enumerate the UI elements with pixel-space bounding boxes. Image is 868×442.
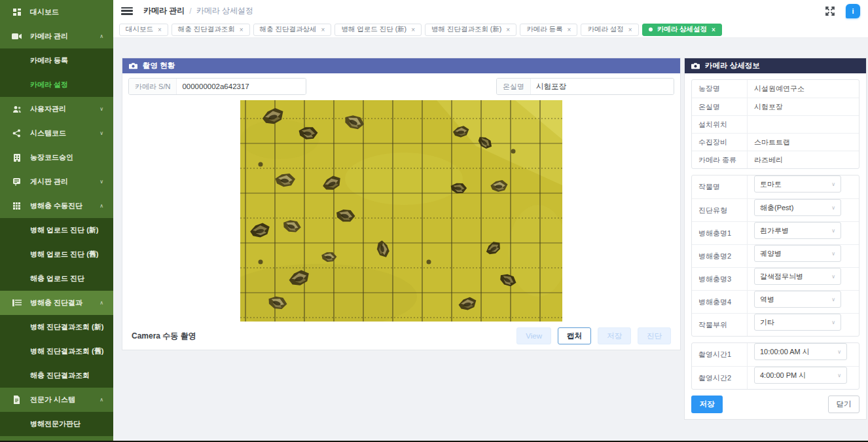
sidebar-item-병해진단결과조회[interactable]: 병해 진단결과조회 (新) <box>0 315 113 339</box>
sidebar-item-병해업로드진단[interactable]: 병해 업로드 진단 (舊) <box>0 242 113 267</box>
camera-sn-input[interactable] <box>177 79 306 94</box>
tab-close-icon[interactable]: × <box>712 26 715 33</box>
fullscreen-icon[interactable] <box>825 6 835 16</box>
camera-icon <box>691 62 700 69</box>
view-button[interactable]: View <box>516 327 551 344</box>
detail-row-병해충명3: 병해충명3갈색점무늬병∨ <box>692 267 859 290</box>
sidebar-item-사용자관리[interactable]: 사용자관리∨ <box>0 97 113 121</box>
병해충명3-select[interactable]: 갈색점무늬병∨ <box>754 268 841 285</box>
detail-row-온실명: 온실명시험포장 <box>692 98 859 115</box>
촬영시간1-select[interactable]: 10:00:00 AM 시∨ <box>754 343 847 360</box>
작물명-select[interactable]: 토마토∨ <box>754 175 841 193</box>
capture-time-table: 촬영시간110:00:00 AM 시∨촬영시간24:00:00 PM 시∨ <box>691 342 859 390</box>
chat-notification-icon[interactable]: i <box>846 4 860 18</box>
camera-icon <box>129 62 137 69</box>
sidebar-item-label: 병해충 수동진단 <box>30 201 82 211</box>
manual-diagnosis-icon <box>11 202 22 211</box>
sidebar-item-병해진단결과조회[interactable]: 병해 진단결과조회 (舊) <box>0 339 113 363</box>
tab-label: 카메라 등록 <box>526 25 562 34</box>
sidebar-item-label: 카메라 등록 <box>30 56 68 65</box>
작물부위-select[interactable]: 기타∨ <box>754 314 841 331</box>
greenhouse-name-label: 온실명 <box>497 79 531 94</box>
camera-sn-label: 카메라 S/N <box>129 79 177 94</box>
tab-카메라등록[interactable]: 카메라 등록× <box>520 24 577 36</box>
sidebar-item-전문가시스템[interactable]: 전문가 시스템∧ <box>0 388 113 412</box>
menu-toggle-icon[interactable] <box>121 7 133 15</box>
tab-대시보드[interactable]: 대시보드× <box>119 24 168 36</box>
tab-label: 해충 진단결과조회 <box>178 25 235 34</box>
detail-row-촬영시간1: 촬영시간110:00:00 AM 시∨ <box>692 343 859 366</box>
field-label: 카메라 종류 <box>692 151 748 168</box>
tab-close-icon[interactable]: × <box>628 26 632 33</box>
capture-panel-title: 촬영 현황 <box>143 61 175 71</box>
tab-close-icon[interactable]: × <box>568 26 571 33</box>
sidebar-item-병해충수동진단[interactable]: 병해충 수동진단∧ <box>0 194 113 218</box>
sidebar-item-label: 병해 진단결과조회 (舊) <box>30 346 103 356</box>
detail-row-작물명: 작물명토마토∨ <box>692 175 859 198</box>
tab-해충진단결과조회[interactable]: 해충 진단결과조회× <box>172 24 250 36</box>
close-button[interactable]: 닫기 <box>828 396 859 413</box>
greenhouse-name-input[interactable] <box>531 79 674 94</box>
tab-카메라상세설정[interactable]: 카메라 상세설정× <box>642 24 722 36</box>
capture-panel-header: 촬영 현황 <box>122 58 680 73</box>
tab-병해업로드진단[interactable]: 병해 업로드 진단 (新)× <box>335 24 422 36</box>
field-label: 촬영시간2 <box>692 367 748 389</box>
sidebar-item-카메라등록[interactable]: 카메라 등록 <box>0 48 113 73</box>
tab-해충진단결과상세[interactable]: 해충 진단결과상세× <box>253 24 332 36</box>
tab-close-icon[interactable]: × <box>321 26 325 33</box>
tab-병해진단결과조회[interactable]: 병해 진단결과조회 (新)× <box>425 24 516 36</box>
tab-카메라설정[interactable]: 카메라 설정× <box>581 24 638 36</box>
chevron-down-icon: ∨ <box>99 106 103 112</box>
sidebar-item-병해충진단결과[interactable]: 병해충 진단결과∧ <box>0 291 113 315</box>
병해충명1-select[interactable]: 흰가루병∨ <box>754 222 841 239</box>
sidebar-item-농장코드승인[interactable]: 농장코드승인 <box>0 145 113 170</box>
tab-close-icon[interactable]: × <box>240 26 244 33</box>
tab-close-icon[interactable]: × <box>158 26 162 33</box>
sidebar-item-시스템코드[interactable]: 시스템코드∨ <box>0 121 113 145</box>
system-code-icon <box>11 129 22 138</box>
sidebar: 대시보드카메라 관리∧카메라 등록카메라 설정사용자관리∨시스템코드∨농장코드승… <box>0 0 113 442</box>
저장-button[interactable]: 저장 <box>598 327 631 344</box>
sidebar-item-해충업로드진단[interactable]: 해충 업로드 진단 <box>0 267 113 291</box>
sidebar-item-카메라관리[interactable]: 카메라 관리∧ <box>0 24 113 48</box>
detail-row-병해충명2: 병해충명2궤양병∨ <box>692 244 859 267</box>
chevron-down-icon: ∨ <box>831 297 835 303</box>
sidebar-item-label: 카메라 관리 <box>30 31 68 41</box>
sidebar-item-게시판관리[interactable]: 게시판 관리∨ <box>0 170 113 194</box>
sidebar-item-대시보드[interactable]: 대시보드 <box>0 0 113 24</box>
field-label: 병해충명2 <box>692 245 748 267</box>
chevron-up-icon: ∧ <box>99 33 103 39</box>
save-button[interactable]: 저장 <box>691 396 723 413</box>
field-label: 병해충명3 <box>692 268 748 290</box>
selected-value: 해충(Pest) <box>760 203 793 213</box>
촬영시간2-select[interactable]: 4:00:00 PM 시∨ <box>754 367 847 384</box>
병해충명2-select[interactable]: 궤양병∨ <box>754 245 841 262</box>
camera-detail-panel: 카메라 상세정보 농장명시설원예연구소온실명시험포장설치위치수집장비스마트트랩카… <box>684 58 867 420</box>
tab-label: 병해 업로드 진단 (新) <box>341 25 407 34</box>
camera-sn-group: 카메라 S/N <box>128 78 306 95</box>
sidebar-item-해충진단결과조회[interactable]: 해충 진단결과조회 <box>0 363 113 388</box>
field-value: 스마트트랩 <box>748 134 790 151</box>
chevron-down-icon: ∨ <box>831 205 835 211</box>
병해충명4-select[interactable]: 역병∨ <box>754 291 841 308</box>
tab-close-icon[interactable]: × <box>506 26 510 33</box>
sidebar-item-병해전문가판단[interactable]: 병해전문가판단 <box>0 412 113 436</box>
sidebar-item-병해업로드진단[interactable]: 병해 업로드 진단 (新) <box>0 218 113 242</box>
field-label: 병해충명4 <box>692 291 748 313</box>
tab-close-icon[interactable]: × <box>411 26 415 33</box>
sidebar-item-label: 게시판 관리 <box>30 177 68 187</box>
field-value: 시설원예연구소 <box>748 80 805 98</box>
board-manage-icon <box>11 177 22 187</box>
진단-button[interactable]: 진단 <box>638 327 671 344</box>
캡처-button[interactable]: 캡처 <box>558 327 591 344</box>
field-label: 작물부위 <box>692 314 748 336</box>
detail-row-병해충명1: 병해충명1흰가루병∨ <box>692 221 859 244</box>
selected-value: 역병 <box>760 295 774 304</box>
diagnosis-settings-table: 작물명토마토∨진단유형해충(Pest)∨병해충명1흰가루병∨병해충명2궤양병∨병… <box>691 175 859 337</box>
sidebar-item-카메라설정[interactable]: 카메라 설정 <box>0 73 113 97</box>
tab-label: 병해 진단결과조회 (新) <box>431 25 501 34</box>
breadcrumb-page: 카메라 상세설정 <box>196 5 253 16</box>
진단유형-select[interactable]: 해충(Pest)∨ <box>754 199 841 216</box>
sidebar-item-label: 해충 업로드 진단 <box>30 274 84 284</box>
field-label: 온실명 <box>692 98 748 115</box>
